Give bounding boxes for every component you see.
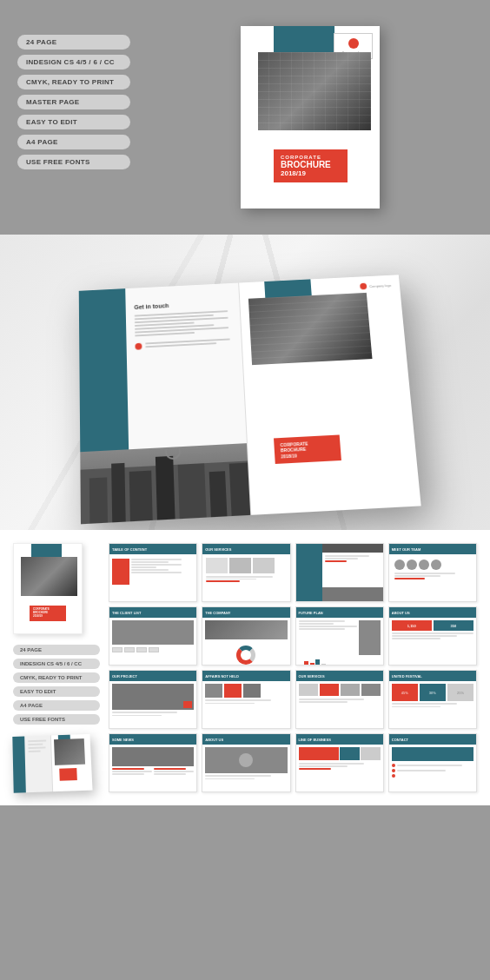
biz-bar-2: [340, 747, 360, 760]
gp-line-red: [206, 580, 240, 582]
bar: [310, 663, 315, 665]
svg-rect-7: [229, 463, 252, 516]
svg-rect-5: [178, 463, 207, 519]
mini-open-brochure: [12, 734, 92, 793]
gp-line: [325, 558, 359, 560]
brochure-cover: Company logo CORPORATE BROCHURE 2018/19: [241, 26, 380, 209]
grid-page-14-label: ABOUT US: [205, 738, 223, 742]
service-img-3: [253, 558, 275, 573]
logo-1: [112, 647, 122, 652]
cover-title-line2: BROCHURE: [281, 160, 341, 169]
festival-val-3: 25%: [457, 691, 464, 695]
grid-page-2-header: OUR SERVICES: [202, 544, 289, 554]
festival-bars: 45% 30% 25%: [392, 684, 473, 701]
affairs-img-3: [243, 684, 261, 698]
bar: [299, 665, 303, 665]
stat-1: 1,150: [392, 620, 432, 631]
right-logo-text: Company logo: [369, 283, 391, 288]
get-in-touch-label: Get in touch: [134, 300, 232, 310]
right-logo-circle: [360, 283, 367, 290]
festival-bar-3: 25%: [447, 684, 473, 701]
grid-page-11-header: OUR SERVICES: [296, 671, 383, 681]
services2-lines: [299, 699, 381, 703]
gp-line: [299, 699, 364, 700]
grid-page-7-label: FUTURE PLAN: [299, 611, 323, 615]
about-lines: [392, 632, 473, 639]
about2-content: [202, 745, 289, 782]
grid-page-2-label: OUR SERVICES: [205, 547, 231, 552]
gp-line: [131, 559, 182, 560]
gp-line: [394, 575, 440, 577]
svg-rect-1: [89, 477, 108, 523]
grid-page-12-header: UNITED FESTIVAL: [389, 671, 476, 681]
gp-line: [131, 561, 169, 563]
grid-page-6: THE COMPANY: [202, 606, 290, 665]
cityscape-svg: [80, 443, 251, 524]
bar: [304, 661, 308, 665]
mini-cover-building: [21, 557, 77, 596]
gp-line: [397, 765, 462, 766]
business-content: [296, 745, 383, 772]
festival-bar-2: 30%: [420, 684, 446, 701]
grid-page-15-header: LINE OF BUSINESS: [296, 734, 383, 745]
services-grid: [204, 556, 290, 584]
cover-title-year: 2018/19: [281, 169, 341, 177]
logo-4: [149, 647, 159, 652]
affairs-img-1: [205, 684, 222, 698]
gp-line: [131, 564, 182, 566]
news-content: [109, 745, 196, 778]
grid-page-11-label: OUR SERVICES: [299, 674, 325, 679]
mini-cover-text-3: 2018/19: [33, 615, 63, 619]
affairs-imgs: [205, 684, 287, 698]
client-image: [112, 620, 194, 645]
grid-page-7: FUTURE PLAN: [295, 606, 384, 665]
feature-item-1: 24 PAGE: [17, 35, 130, 50]
news-lines-1: [112, 768, 152, 775]
grid-page-1: TABLE OF CONTENT: [109, 543, 197, 602]
service-img-2: [229, 558, 251, 573]
right-logo-area: Company logo: [360, 281, 391, 289]
research-teal-side: [296, 544, 322, 602]
grid-page-2-content: [202, 554, 289, 602]
gp-line: [205, 699, 270, 701]
logo-3: [136, 647, 147, 652]
cover-logo-circle: [348, 38, 359, 49]
company-content: [202, 618, 289, 665]
grid-page-3-content: [296, 544, 383, 602]
services2-grid: [299, 684, 381, 696]
grid-page-15-label: LINE OF BUSINESS: [299, 738, 331, 742]
grid-page-16: CONTACT: [388, 733, 477, 792]
grid-page-5-header: THE CLIENT LIST: [109, 607, 196, 618]
gp-line-red: [299, 768, 332, 770]
grid-page-6-label: THE COMPANY: [205, 611, 230, 615]
gp-line: [392, 632, 473, 634]
grid-page-9-label: OUR PROJECT: [112, 674, 137, 679]
open-left-page: Get in touch: [79, 283, 252, 525]
avatar-3: [419, 560, 429, 570]
contact-dot-1: [392, 764, 395, 767]
avatar-4: [431, 560, 441, 570]
left-page-content: Get in touch: [134, 300, 235, 350]
future-bars: [296, 658, 383, 665]
bottom-feature-3: CMYK, READY TO PRINT: [13, 672, 100, 683]
right-red-box: CORPORATE BROCHURE 2018/19: [274, 434, 341, 464]
svc-img-1: [299, 684, 318, 696]
logo-2: [124, 647, 135, 652]
grid-page-13-header: SOME NEWS: [109, 734, 196, 745]
grid-page-14-header: ABOUT US: [202, 734, 289, 745]
grid-page-4: MEET OUR TEAM: [388, 543, 477, 602]
gp-line: [205, 703, 255, 705]
gp-line: [205, 778, 255, 780]
feature-item-2: INDESIGN CS 4/5 / 6 / CC: [17, 55, 130, 70]
grid-page-9-header: OUR PROJECT: [109, 671, 196, 681]
red-accent: [112, 559, 129, 585]
feature-item-5: EASY TO EDIT: [17, 115, 130, 129]
gp-line: [154, 771, 194, 772]
grid-page-13: SOME NEWS: [109, 733, 197, 792]
grid-page-14: ABOUT US: [202, 733, 290, 792]
grid-page-9: OUR PROJECT: [109, 670, 197, 729]
grid-page-8-label: ABOUT US: [392, 611, 410, 615]
gp-line-red: [154, 768, 186, 770]
gp-line: [112, 715, 162, 717]
grid-page-4-header: MEET OUR TEAM: [389, 544, 476, 554]
